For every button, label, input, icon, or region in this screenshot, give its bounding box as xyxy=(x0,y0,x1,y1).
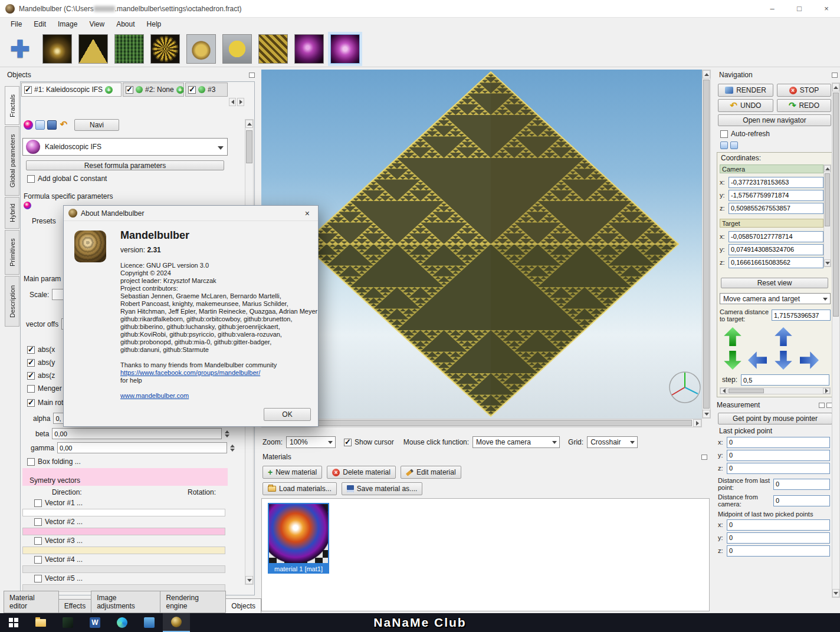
menu-view[interactable]: View xyxy=(83,19,110,29)
materials-list[interactable]: material 1 [mat1] xyxy=(261,498,710,611)
undock-panel-icon[interactable] xyxy=(701,455,707,460)
website-link[interactable]: www.mandelbulber.com xyxy=(120,392,317,400)
slot2-enable-checkbox[interactable] xyxy=(126,86,133,94)
move-up-arrow[interactable] xyxy=(774,327,793,346)
menu-edit[interactable]: Edit xyxy=(28,19,52,29)
vector-4-checkbox[interactable] xyxy=(34,556,42,564)
camera-distance-input[interactable] xyxy=(772,310,831,321)
scroll-up-icon[interactable] xyxy=(703,70,710,78)
add-preset-button[interactable]: ✚ xyxy=(7,35,33,62)
load-formula-icon[interactable] xyxy=(35,120,45,130)
midpoint-x-input[interactable] xyxy=(727,519,830,531)
tab-material-editor[interactable]: Material editor xyxy=(4,591,59,613)
scrollbar-thumb[interactable] xyxy=(246,130,252,163)
maximize-button[interactable]: □ xyxy=(786,0,813,18)
get-point-button[interactable]: Get point by mouse pointer xyxy=(718,413,832,424)
abs-x-checkbox[interactable] xyxy=(27,346,35,354)
scroll-up-icon[interactable] xyxy=(832,83,839,91)
delete-material-button[interactable]: Delete material xyxy=(327,466,396,479)
camera-x-input[interactable] xyxy=(729,177,823,188)
collapse-panel-icon[interactable] xyxy=(819,403,825,408)
dialog-titlebar[interactable]: About Mandelbulber × xyxy=(64,206,318,221)
midpoint-y-input[interactable] xyxy=(727,532,830,544)
scrollbar-thumb[interactable] xyxy=(271,420,692,426)
taskbar-app-icon-1[interactable] xyxy=(54,613,81,632)
show-cursor-checkbox[interactable] xyxy=(344,439,352,446)
tab-objects[interactable]: Objects xyxy=(225,598,261,613)
beta-spinner[interactable] xyxy=(225,430,231,437)
scroll-down-icon[interactable] xyxy=(832,589,839,597)
coordinates-horizontal-scrollbar[interactable] xyxy=(720,387,831,394)
material-item[interactable]: material 1 [mat1] xyxy=(268,503,332,574)
toolbar-preset-mandelbulb-icon[interactable] xyxy=(42,34,72,64)
tab-rendering-engine[interactable]: Rendering engine xyxy=(160,591,226,613)
tab-image-adjustments[interactable]: Image adjustments xyxy=(91,591,160,613)
formula-undo-icon[interactable]: ↶ xyxy=(59,120,68,130)
render-horizontal-scrollbar[interactable] xyxy=(261,419,702,427)
add-global-c-checkbox[interactable] xyxy=(27,175,35,183)
move-forward-arrow[interactable] xyxy=(723,327,742,346)
navi-button[interactable]: Navi xyxy=(74,119,119,131)
toolbar-preset-menger-green-icon[interactable] xyxy=(114,34,144,64)
edit-material-button[interactable]: Edit material xyxy=(401,466,461,479)
fractal-slot-tab-2[interactable]: #2: None xyxy=(123,83,184,97)
scroll-left-icon[interactable] xyxy=(720,388,727,394)
menu-about[interactable]: About xyxy=(110,19,140,29)
scroll-right-icon[interactable] xyxy=(693,419,701,427)
camera-z-input[interactable] xyxy=(729,203,823,214)
slot1-enable-checkbox[interactable] xyxy=(24,86,32,94)
vector-1-checkbox[interactable] xyxy=(34,499,42,507)
vector-2-checkbox[interactable] xyxy=(34,518,42,526)
menu-image[interactable]: Image xyxy=(52,19,83,29)
save-material-button[interactable]: Save material as.... xyxy=(342,482,423,495)
fractal-slot-tab-3[interactable]: #3 xyxy=(185,83,228,97)
toolbar-preset-sierpinski-icon[interactable] xyxy=(78,34,108,64)
toolbar-preset-ifs-flower-icon[interactable] xyxy=(150,34,180,64)
slot3-enable-checkbox[interactable] xyxy=(188,86,196,94)
scrollbar-thumb[interactable] xyxy=(729,389,764,393)
coordinates-scrollbar[interactable] xyxy=(823,164,831,267)
move-right-arrow[interactable] xyxy=(800,351,819,370)
target-z-input[interactable] xyxy=(729,257,823,268)
stop-button[interactable]: STOP xyxy=(777,84,831,97)
navigation-scrollbar[interactable] xyxy=(832,83,840,598)
taskbar-mandelbulber-icon[interactable] xyxy=(163,613,190,632)
toolbar-preset-amazing-surf-icon[interactable] xyxy=(186,34,216,64)
taskbar-app-icon-2[interactable] xyxy=(136,613,163,632)
close-button[interactable]: × xyxy=(813,0,840,18)
scrollbar-thumb[interactable] xyxy=(825,173,830,226)
vector-2-fields[interactable] xyxy=(22,528,225,535)
move-backward-arrow[interactable] xyxy=(723,351,742,370)
tab-effects[interactable]: Effects xyxy=(58,599,91,613)
render-viewport[interactable] xyxy=(261,70,702,419)
slot-scroll-right-icon[interactable] xyxy=(237,98,244,106)
toolbar-preset-menger-gold-icon[interactable] xyxy=(258,34,288,64)
distance-last-input[interactable] xyxy=(773,479,830,490)
render-button[interactable]: RENDER xyxy=(718,84,773,97)
move-mode-select[interactable]: Move camera and target xyxy=(720,293,831,304)
tab-global-parameters[interactable]: Global parameters xyxy=(5,126,19,196)
move-down-arrow[interactable] xyxy=(774,351,793,370)
menu-help[interactable]: Help xyxy=(141,19,168,29)
toolbar-preset-kaleidoscopic-icon[interactable] xyxy=(330,34,360,64)
dialog-close-button[interactable]: × xyxy=(301,209,313,218)
abs-y-checkbox[interactable] xyxy=(27,359,35,367)
undock-panel-icon[interactable] xyxy=(832,73,838,78)
box-folding-checkbox[interactable] xyxy=(27,458,35,466)
slot-scroll-left-icon[interactable] xyxy=(229,98,236,106)
menger-checkbox[interactable] xyxy=(27,385,35,393)
scroll-right-icon[interactable] xyxy=(823,388,830,394)
copy-settings-icon[interactable] xyxy=(720,141,728,149)
auto-refresh-checkbox[interactable] xyxy=(720,130,728,138)
minimize-button[interactable]: – xyxy=(759,0,786,18)
taskbar-word-icon[interactable] xyxy=(81,613,109,632)
beta-input[interactable] xyxy=(52,428,222,439)
scrollbar-thumb[interactable] xyxy=(833,93,839,317)
abs-z-checkbox[interactable] xyxy=(27,372,35,380)
paste-settings-icon[interactable] xyxy=(730,141,738,149)
scroll-down-icon[interactable] xyxy=(824,259,831,266)
new-material-button[interactable]: +New material xyxy=(262,466,322,479)
save-formula-icon[interactable] xyxy=(47,120,57,130)
reset-view-button[interactable]: Reset view xyxy=(721,278,828,288)
vector-4-fields[interactable] xyxy=(22,565,225,573)
